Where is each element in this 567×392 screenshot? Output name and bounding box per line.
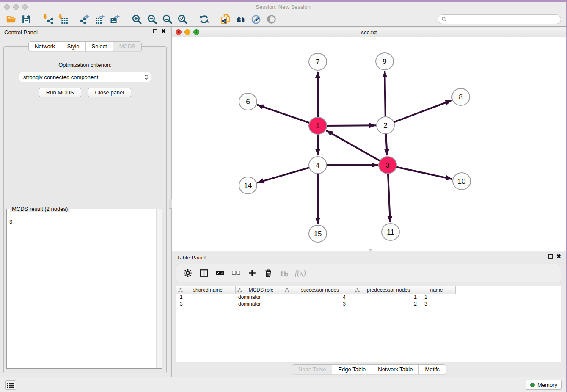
- graph-edge-3-10[interactable]: [396, 167, 452, 179]
- select-all-columns-button[interactable]: [213, 266, 227, 280]
- graph-node-4[interactable]: 4: [309, 157, 327, 174]
- mcds-result-text[interactable]: 1 3: [7, 209, 162, 368]
- tab-select[interactable]: Select: [85, 42, 113, 51]
- graph-node-9[interactable]: 9: [376, 53, 394, 70]
- table-panel-title: Table Panel: [177, 254, 206, 261]
- float-table-panel-icon[interactable]: [548, 254, 553, 259]
- close-panel-button[interactable]: Close panel: [88, 88, 132, 97]
- cell-name[interactable]: 1: [420, 294, 456, 301]
- graph-node-6[interactable]: 6: [239, 93, 257, 110]
- import-table-icon: [58, 14, 69, 25]
- status-bar: Memory: [0, 377, 566, 392]
- graph-edge-4-14[interactable]: [257, 167, 310, 182]
- show-graphics-details-button[interactable]: [264, 13, 279, 25]
- add-column-icon: [248, 268, 257, 278]
- zoom-fit-button[interactable]: [160, 13, 175, 25]
- graph-node-15[interactable]: 15: [309, 225, 327, 242]
- table-row[interactable]: 3dominator323: [176, 301, 561, 308]
- delete-table-icon: [280, 268, 289, 278]
- cell-MCDS-role[interactable]: dominator: [236, 294, 283, 301]
- toolbar-separator: [193, 13, 193, 25]
- graph-node-10[interactable]: 10: [453, 173, 471, 190]
- svg-text:1: 1: [316, 122, 319, 130]
- delete-table-button[interactable]: [277, 266, 292, 280]
- graph-node-2[interactable]: 2: [377, 117, 394, 134]
- cell-successor-nodes[interactable]: 4: [283, 294, 353, 301]
- zoom-in-button[interactable]: [129, 13, 144, 25]
- task-history-button[interactable]: [5, 380, 16, 390]
- column-layout-button[interactable]: [197, 266, 211, 280]
- memory-button[interactable]: Memory: [526, 380, 562, 390]
- result-scrollbar[interactable]: [156, 209, 162, 368]
- cell-predecessor-nodes[interactable]: 2: [353, 301, 420, 308]
- split-resize-knob[interactable]: [369, 249, 372, 252]
- deselect-all-columns-button[interactable]: [229, 266, 243, 280]
- export-table-button[interactable]: [92, 13, 107, 25]
- graph-node-7[interactable]: 7: [309, 53, 327, 70]
- function-builder-button[interactable]: f(x): [293, 266, 308, 280]
- tab-network[interactable]: Network: [29, 42, 61, 51]
- graph-edge-1-2[interactable]: [326, 125, 376, 126]
- cell-shared-name[interactable]: 1: [176, 294, 236, 301]
- copy-network-button[interactable]: [218, 13, 233, 25]
- graph-node-11[interactable]: 11: [382, 224, 399, 240]
- export-image-button[interactable]: [107, 13, 123, 25]
- column-header-shared-name[interactable]: shared name: [176, 286, 236, 294]
- graph-node-1[interactable]: 1: [309, 117, 327, 134]
- export-network-button[interactable]: [77, 13, 92, 25]
- close-table-panel-icon[interactable]: ✖: [556, 254, 561, 259]
- tab-mcds[interactable]: MCDS: [113, 42, 141, 51]
- zoom-selected-icon: [177, 14, 188, 25]
- criterion-value: strongly connected component: [23, 74, 143, 80]
- open-session-icon: [6, 14, 17, 25]
- tab-network-table[interactable]: Network Table: [372, 365, 418, 374]
- column-header-successor-nodes[interactable]: successor nodes: [283, 286, 353, 294]
- graph-edge-2-9[interactable]: [385, 71, 385, 117]
- tab-motifs[interactable]: Motifs: [418, 365, 446, 374]
- cell-MCDS-role[interactable]: dominator: [236, 301, 283, 308]
- tab-edge-table[interactable]: Edge Table: [332, 365, 372, 374]
- search-box[interactable]: [438, 14, 561, 24]
- hide-annotations-button[interactable]: [248, 13, 264, 25]
- close-panel-icon[interactable]: ✖: [161, 29, 166, 33]
- main-toolbar: [0, 12, 566, 27]
- table-row[interactable]: 1dominator411: [176, 294, 561, 301]
- column-header-name[interactable]: name: [420, 286, 456, 294]
- cell-predecessor-nodes[interactable]: 1: [353, 294, 420, 301]
- zoom-out-button[interactable]: [144, 13, 160, 25]
- open-session-button[interactable]: [3, 13, 19, 25]
- settings-button[interactable]: [181, 266, 195, 280]
- column-header-MCDS-role[interactable]: MCDS role: [236, 286, 283, 294]
- run-mcds-button[interactable]: Run MCDS: [39, 88, 81, 97]
- graph-edge-2-8[interactable]: [393, 100, 452, 122]
- delete-column-button[interactable]: [261, 266, 275, 280]
- app-window: Session: New Session Control Panel ✖ Net…: [0, 2, 566, 392]
- first-neighbors-button[interactable]: [233, 13, 248, 25]
- cell-shared-name[interactable]: 3: [176, 301, 236, 308]
- graph-edge-2-3[interactable]: [386, 133, 387, 155]
- criterion-select[interactable]: strongly connected component: [19, 72, 151, 82]
- search-icon: [441, 17, 447, 22]
- zoom-selected-button[interactable]: [175, 13, 190, 25]
- svg-text:2: 2: [383, 121, 387, 130]
- graph-node-3[interactable]: 3: [379, 157, 396, 174]
- float-panel-icon[interactable]: [153, 29, 157, 33]
- graph-node-8[interactable]: 8: [452, 88, 470, 105]
- graph-edge-3-1[interactable]: [326, 130, 380, 161]
- tab-style[interactable]: Style: [61, 42, 85, 51]
- search-input[interactable]: [449, 16, 557, 22]
- add-column-button[interactable]: [245, 266, 259, 280]
- import-network-button[interactable]: [40, 13, 55, 25]
- apply-layout-button[interactable]: [196, 13, 212, 25]
- column-header-predecessor-nodes[interactable]: predecessor nodes: [353, 286, 420, 294]
- graph-edge-3-11[interactable]: [388, 173, 390, 222]
- network-canvas[interactable]: 1234678910111415: [172, 37, 566, 251]
- cell-successor-nodes[interactable]: 3: [283, 301, 353, 308]
- graph-edge-1-6[interactable]: [257, 105, 310, 123]
- save-session-button[interactable]: [19, 13, 34, 25]
- graph-node-14[interactable]: 14: [239, 177, 257, 194]
- cell-name[interactable]: 3: [420, 301, 456, 308]
- import-table-button[interactable]: [55, 13, 71, 25]
- tab-node-table[interactable]: Node Table: [292, 365, 332, 374]
- svg-text:4: 4: [316, 161, 319, 169]
